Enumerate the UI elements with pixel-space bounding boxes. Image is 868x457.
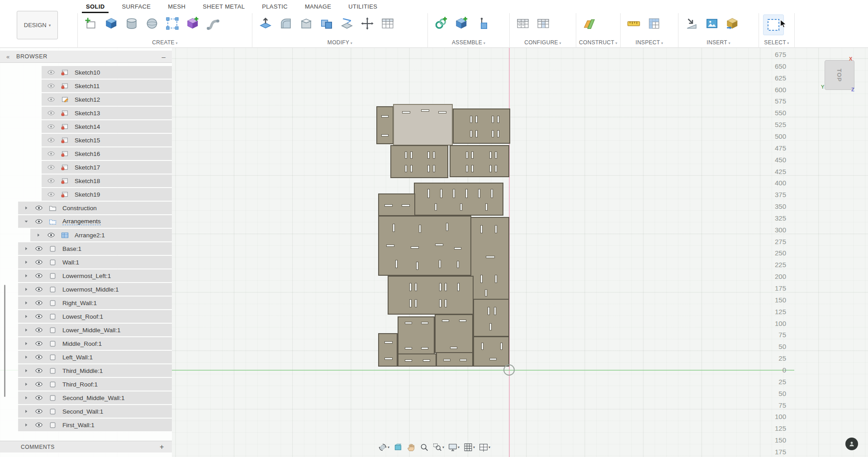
eye-icon[interactable] bbox=[47, 109, 55, 117]
browser-item-construction[interactable]: Construction bbox=[18, 202, 172, 214]
browser-item-first-wall-1[interactable]: First_Wall:1 bbox=[18, 419, 172, 431]
eye-icon[interactable] bbox=[35, 326, 43, 334]
shell-icon[interactable] bbox=[297, 14, 315, 33]
chevron-down-icon[interactable]: ▾ bbox=[442, 445, 444, 449]
eye-icon[interactable] bbox=[47, 190, 55, 198]
add-comment-icon[interactable]: + bbox=[152, 443, 172, 451]
eye-icon[interactable] bbox=[47, 231, 55, 239]
eye-icon[interactable] bbox=[35, 258, 43, 266]
chevron-right-icon[interactable] bbox=[24, 368, 29, 373]
chevron-right-icon[interactable] bbox=[24, 354, 29, 360]
browser-item-sketch13[interactable]: Sketch13 bbox=[42, 107, 172, 119]
laser-panel-5[interactable] bbox=[450, 145, 509, 177]
insert-canvas-icon[interactable] bbox=[703, 14, 721, 33]
browser-item-lowermost-middle-1[interactable]: Lowermost_Middle:1 bbox=[18, 283, 172, 296]
group-label-create[interactable]: CREATE bbox=[78, 39, 252, 47]
eye-icon[interactable] bbox=[35, 245, 43, 253]
browser-item-sketch15[interactable]: Sketch15 bbox=[42, 134, 172, 146]
chevron-right-icon[interactable] bbox=[24, 300, 29, 306]
group-label-insert[interactable]: INSERT bbox=[678, 39, 759, 47]
configuration-table-icon[interactable] bbox=[514, 14, 532, 33]
eye-icon[interactable] bbox=[35, 299, 43, 307]
laser-panel-13[interactable] bbox=[435, 314, 473, 353]
combine-icon[interactable] bbox=[318, 14, 336, 33]
chevron-right-icon[interactable] bbox=[24, 409, 29, 414]
browser-item-arrange2-1[interactable]: Arrange2:1 bbox=[30, 229, 172, 241]
measure-icon[interactable] bbox=[625, 14, 643, 33]
chevron-right-icon[interactable] bbox=[24, 314, 29, 319]
chevron-right-icon[interactable] bbox=[24, 273, 29, 278]
eye-icon[interactable] bbox=[47, 122, 55, 131]
group-label-modify[interactable]: MODIFY bbox=[252, 39, 427, 47]
chevron-down-icon[interactable]: ▾ bbox=[489, 445, 490, 449]
chevron-right-icon[interactable] bbox=[24, 205, 29, 211]
chevron-down-icon[interactable]: ▾ bbox=[473, 445, 475, 449]
browser-item-third-roof-1[interactable]: Third_Roof:1 bbox=[18, 378, 172, 391]
chevron-down-icon[interactable]: ▾ bbox=[458, 445, 460, 449]
sphere-icon[interactable] bbox=[143, 14, 161, 33]
eye-icon[interactable] bbox=[35, 204, 43, 212]
tab-solid[interactable]: SOLID bbox=[77, 0, 113, 13]
browser-item-left-wall-1[interactable]: Left_Wall:1 bbox=[18, 351, 172, 363]
eye-icon[interactable] bbox=[35, 339, 43, 348]
press-pull-icon[interactable] bbox=[256, 14, 275, 33]
tab-plastic[interactable]: PLASTIC bbox=[253, 0, 296, 13]
move-copy-icon[interactable] bbox=[358, 14, 376, 33]
browser-item-base-1[interactable]: Base:1 bbox=[18, 242, 172, 255]
eye-icon[interactable] bbox=[35, 272, 43, 280]
chevron-right-icon[interactable] bbox=[24, 327, 29, 333]
laser-panel-12[interactable] bbox=[398, 316, 435, 354]
split-body-icon[interactable] bbox=[338, 14, 356, 33]
browser-item-sketch11[interactable]: Sketch11 bbox=[42, 80, 172, 92]
joint-origin-icon[interactable] bbox=[473, 14, 491, 33]
tab-mesh[interactable]: MESH bbox=[159, 0, 194, 13]
browser-item-sketch14[interactable]: Sketch14 bbox=[42, 120, 172, 133]
eye-icon[interactable] bbox=[35, 312, 43, 320]
chevron-right-icon[interactable] bbox=[24, 395, 29, 400]
eye-icon[interactable] bbox=[47, 163, 55, 171]
chevron-right-icon[interactable] bbox=[24, 422, 29, 428]
chevron-right-icon[interactable] bbox=[24, 246, 29, 251]
laser-panel-9[interactable] bbox=[470, 217, 509, 302]
browser-item-right-wall-1[interactable]: Right_Wall:1 bbox=[18, 297, 172, 309]
pipe-icon[interactable] bbox=[204, 14, 222, 33]
comments-bar[interactable]: COMMENTS + bbox=[0, 441, 172, 452]
construction-plane-icon[interactable] bbox=[580, 14, 598, 33]
eye-icon[interactable] bbox=[35, 421, 43, 429]
browser-item-sketch10[interactable]: Sketch10 bbox=[42, 66, 172, 79]
group-label-assemble[interactable]: ASSEMBLE bbox=[428, 39, 509, 47]
eye-icon[interactable] bbox=[47, 136, 55, 144]
eye-icon[interactable] bbox=[47, 150, 55, 158]
laser-panel-8[interactable] bbox=[378, 216, 471, 276]
browser-item-sketch17[interactable]: Sketch17 bbox=[42, 161, 172, 174]
orbit-icon[interactable]: ▾ bbox=[378, 443, 389, 452]
laser-panel-1[interactable] bbox=[376, 106, 394, 144]
tab-utilities[interactable]: UTILITIES bbox=[340, 0, 386, 13]
grid-settings-icon[interactable]: ▾ bbox=[463, 443, 475, 452]
derive-icon[interactable] bbox=[184, 14, 202, 33]
change-parameters-icon[interactable] bbox=[379, 14, 397, 33]
fillet-icon[interactable] bbox=[277, 14, 295, 33]
browser-item-lowermost-left-1[interactable]: Lowermost_Left:1 bbox=[18, 269, 172, 282]
browser-item-wall-1[interactable]: Wall:1 bbox=[18, 256, 172, 269]
new-component-icon[interactable] bbox=[432, 14, 450, 33]
group-label-select[interactable]: SELECT bbox=[759, 39, 794, 47]
browser-item-third-middle-1[interactable]: Third_Middle:1 bbox=[18, 364, 172, 377]
cylinder-icon[interactable] bbox=[123, 14, 141, 33]
eye-icon[interactable] bbox=[47, 177, 55, 185]
laser-panel-selected[interactable] bbox=[393, 104, 453, 146]
minimize-browser-icon[interactable]: – bbox=[156, 53, 172, 61]
display-settings-icon[interactable]: ▾ bbox=[448, 443, 460, 452]
eye-icon[interactable] bbox=[35, 367, 43, 375]
chevron-right-icon[interactable] bbox=[24, 382, 29, 387]
chevron-right-icon[interactable] bbox=[36, 232, 41, 238]
pan-icon[interactable] bbox=[406, 443, 416, 452]
browser-item-lowest-roof-1[interactable]: Lowest_Roof:1 bbox=[18, 310, 172, 323]
chevron-right-icon[interactable] bbox=[24, 287, 29, 292]
tab-surface[interactable]: SURFACE bbox=[113, 0, 159, 13]
browser-scrollbar[interactable] bbox=[4, 285, 5, 397]
laser-panel-3[interactable] bbox=[453, 108, 510, 144]
chevron-right-icon[interactable] bbox=[24, 341, 29, 346]
eye-icon[interactable] bbox=[35, 380, 43, 388]
eye-icon[interactable] bbox=[35, 217, 43, 226]
